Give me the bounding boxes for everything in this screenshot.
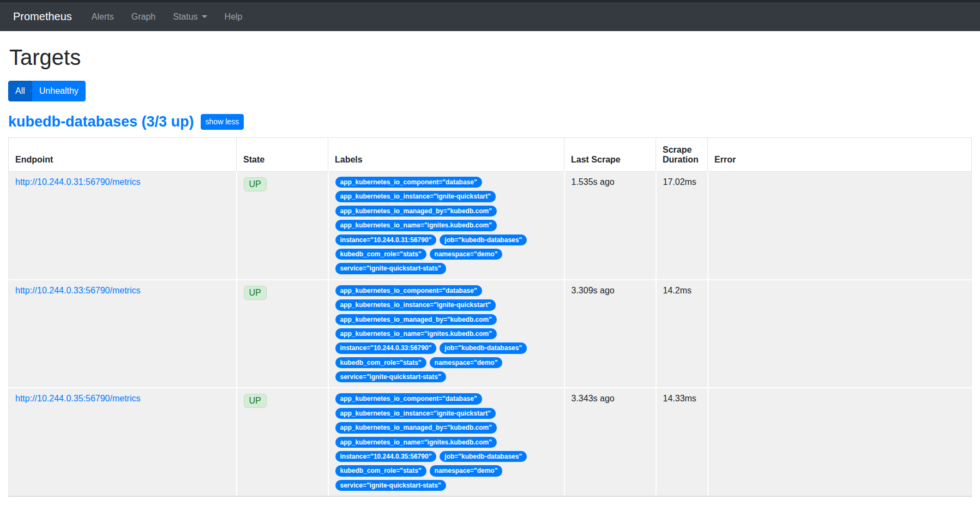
label-badge: job="kubedb-databases" xyxy=(440,451,527,462)
label-badge: namespace="demo" xyxy=(430,357,503,368)
state-cell: UP xyxy=(237,172,328,280)
scrape-duration-cell: 17.02ms xyxy=(656,172,708,280)
label-line: app_kubernetes_io_name="ignites.kubedb.c… xyxy=(335,220,557,231)
label-badge: service="ignite-quickstart-stats" xyxy=(335,263,446,274)
col-header-endpoint: Endpoint xyxy=(9,138,237,172)
label-badge: namespace="demo" xyxy=(430,465,503,476)
state-cell: UP xyxy=(237,280,328,388)
error-cell xyxy=(708,172,972,280)
label-line: kubedb_com_role="stats"namespace="demo" xyxy=(335,465,557,476)
state-badge-up: UP xyxy=(244,394,267,408)
endpoint-cell: http://10.244.0.33:56790/metrics xyxy=(9,280,237,388)
nav-item-status-label: Status xyxy=(173,12,197,22)
nav-item-status[interactable]: Status xyxy=(164,8,215,26)
col-header-scrape-duration: Scrape Duration xyxy=(656,138,708,172)
scrape-duration-cell: 14.33ms xyxy=(656,388,708,496)
col-header-error: Error xyxy=(708,138,972,172)
label-badge: app_kubernetes_io_instance="ignite-quick… xyxy=(335,299,496,310)
last-scrape-cell: 1.535s ago xyxy=(564,172,656,280)
label-badge: app_kubernetes_io_instance="ignite-quick… xyxy=(335,408,496,419)
targets-page: Targets All Unhealthy kubedb-databases (… xyxy=(0,45,980,497)
label-badge: namespace="demo" xyxy=(430,249,503,260)
label-line: app_kubernetes_io_component="database" xyxy=(335,177,557,188)
label-line: service="ignite-quickstart-stats" xyxy=(335,371,557,382)
error-cell xyxy=(708,280,972,388)
label-line: service="ignite-quickstart-stats" xyxy=(335,480,557,491)
label-line: app_kubernetes_io_component="database" xyxy=(335,285,557,296)
endpoint-link[interactable]: http://10.244.0.35:56790/metrics xyxy=(15,394,140,403)
label-badge: app_kubernetes_io_instance="ignite-quick… xyxy=(335,191,496,202)
label-line: app_kubernetes_io_component="database" xyxy=(335,393,557,404)
label-badge: app_kubernetes_io_component="database" xyxy=(335,177,482,188)
target-row: http://10.244.0.31:56790/metricsUPapp_ku… xyxy=(9,172,972,280)
label-badge: app_kubernetes_io_managed_by="kubedb.com… xyxy=(335,314,497,325)
label-badge: job="kubedb-databases" xyxy=(440,235,527,245)
labels-cell: app_kubernetes_io_component="database"ap… xyxy=(328,280,564,388)
label-badge: app_kubernetes_io_component="database" xyxy=(335,285,482,296)
endpoint-link[interactable]: http://10.244.0.33:56790/metrics xyxy=(15,286,140,295)
label-line: app_kubernetes_io_managed_by="kubedb.com… xyxy=(335,422,557,433)
state-badge-up: UP xyxy=(244,177,267,191)
label-line: app_kubernetes_io_instance="ignite-quick… xyxy=(335,408,557,419)
state-cell: UP xyxy=(237,388,328,496)
nav-item-alerts[interactable]: Alerts xyxy=(83,8,123,26)
label-line: kubedb_com_role="stats"namespace="demo" xyxy=(335,249,557,260)
targets-table: Endpoint State Labels Last Scrape Scrape… xyxy=(8,137,972,497)
col-header-state: State xyxy=(237,138,328,172)
endpoint-link[interactable]: http://10.244.0.31:56790/metrics xyxy=(15,177,140,187)
label-line: instance="10.244.0.31:56790"job="kubedb-… xyxy=(335,235,557,245)
label-badge: app_kubernetes_io_component="database" xyxy=(335,393,482,404)
label-line: kubedb_com_role="stats"namespace="demo" xyxy=(335,357,557,368)
label-badge: service="ignite-quickstart-stats" xyxy=(335,480,446,491)
endpoint-cell: http://10.244.0.31:56790/metrics xyxy=(9,172,237,280)
error-cell xyxy=(708,388,972,496)
label-line: app_kubernetes_io_name="ignites.kubedb.c… xyxy=(335,437,557,448)
job-section-header: kubedb-databases (3/3 up) show less xyxy=(8,113,972,130)
label-line: app_kubernetes_io_managed_by="kubedb.com… xyxy=(335,314,557,325)
last-scrape-cell: 3.309s ago xyxy=(564,280,656,388)
label-badge: app_kubernetes_io_name="ignites.kubedb.c… xyxy=(335,220,497,231)
chevron-down-icon xyxy=(202,15,207,18)
label-badge: kubedb_com_role="stats" xyxy=(335,357,426,368)
nav-item-graph[interactable]: Graph xyxy=(123,8,164,26)
label-line: app_kubernetes_io_managed_by="kubedb.com… xyxy=(335,206,557,217)
last-scrape-cell: 3.343s ago xyxy=(564,388,656,496)
label-line: app_kubernetes_io_instance="ignite-quick… xyxy=(335,299,557,310)
label-badge: kubedb_com_role="stats" xyxy=(335,465,426,476)
label-badge: app_kubernetes_io_name="ignites.kubedb.c… xyxy=(335,328,497,339)
filter-all-button[interactable]: All xyxy=(8,81,32,101)
top-navbar: Prometheus Alerts Graph Status Help xyxy=(0,0,980,31)
label-line: instance="10.244.0.33:56790"job="kubedb-… xyxy=(335,342,557,353)
label-line: service="ignite-quickstart-stats" xyxy=(335,263,557,274)
label-badge: instance="10.244.0.31:56790" xyxy=(335,235,437,245)
filter-button-group: All Unhealthy xyxy=(8,81,86,101)
state-badge-up: UP xyxy=(244,286,267,300)
target-row: http://10.244.0.35:56790/metricsUPapp_ku… xyxy=(9,388,972,496)
show-less-button[interactable]: show less xyxy=(201,114,244,130)
label-line: instance="10.244.0.35:56790"job="kubedb-… xyxy=(335,451,557,462)
label-line: app_kubernetes_io_name="ignites.kubedb.c… xyxy=(335,328,557,339)
targets-table-body: http://10.244.0.31:56790/metricsUPapp_ku… xyxy=(9,172,972,497)
brand-link[interactable]: Prometheus xyxy=(13,10,72,23)
label-badge: app_kubernetes_io_managed_by="kubedb.com… xyxy=(335,206,497,217)
col-header-labels: Labels xyxy=(328,138,564,172)
label-badge: instance="10.244.0.35:56790" xyxy=(335,451,437,462)
filter-unhealthy-button[interactable]: Unhealthy xyxy=(32,81,86,101)
labels-cell: app_kubernetes_io_component="database"ap… xyxy=(328,388,564,496)
label-badge: kubedb_com_role="stats" xyxy=(335,249,426,260)
label-line: app_kubernetes_io_instance="ignite-quick… xyxy=(335,191,557,202)
scrape-duration-cell: 14.2ms xyxy=(656,280,708,388)
label-badge: job="kubedb-databases" xyxy=(440,342,527,353)
labels-cell: app_kubernetes_io_component="database"ap… xyxy=(328,172,564,280)
label-badge: app_kubernetes_io_name="ignites.kubedb.c… xyxy=(335,437,497,448)
label-badge: app_kubernetes_io_managed_by="kubedb.com… xyxy=(335,422,497,433)
target-row: http://10.244.0.33:56790/metricsUPapp_ku… xyxy=(9,280,972,388)
endpoint-cell: http://10.244.0.35:56790/metrics xyxy=(9,388,237,496)
col-header-last-scrape: Last Scrape xyxy=(564,138,656,172)
label-badge: service="ignite-quickstart-stats" xyxy=(335,371,446,382)
targets-table-head: Endpoint State Labels Last Scrape Scrape… xyxy=(9,138,972,172)
nav-item-help[interactable]: Help xyxy=(216,8,251,26)
job-title: kubedb-databases (3/3 up) xyxy=(8,113,194,130)
page-title: Targets xyxy=(9,45,972,70)
label-badge: instance="10.244.0.33:56790" xyxy=(335,342,437,353)
